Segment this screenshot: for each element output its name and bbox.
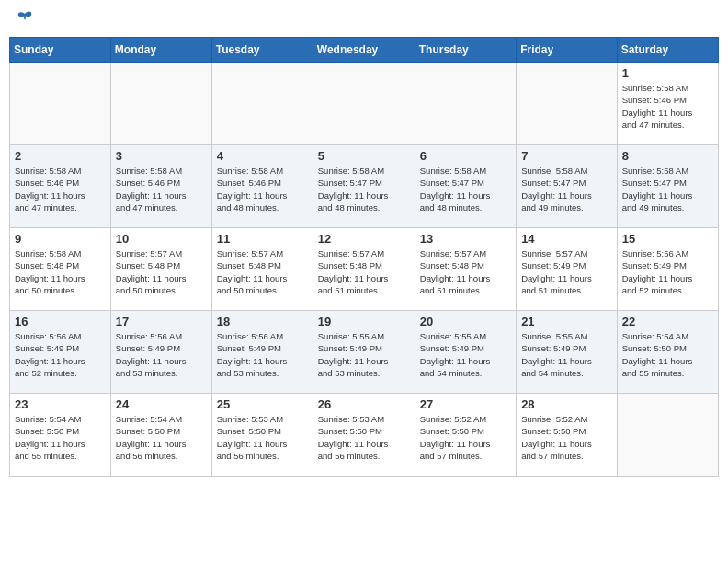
day-number: 22	[622, 315, 713, 328]
calendar-header-tuesday: Tuesday	[211, 38, 313, 63]
calendar-cell: 24Sunrise: 5:54 AM Sunset: 5:50 PM Dayli…	[110, 394, 211, 477]
day-number: 16	[15, 315, 106, 328]
calendar-cell: 28Sunrise: 5:52 AM Sunset: 5:50 PM Dayli…	[517, 394, 618, 477]
day-info: Sunrise: 5:56 AM Sunset: 5:49 PM Dayligh…	[217, 330, 308, 379]
calendar-cell: 10Sunrise: 5:57 AM Sunset: 5:48 PM Dayli…	[110, 228, 211, 311]
day-number: 11	[217, 232, 308, 246]
day-info: Sunrise: 5:55 AM Sunset: 5:49 PM Dayligh…	[420, 330, 511, 379]
day-info: Sunrise: 5:54 AM Sunset: 5:50 PM Dayligh…	[15, 413, 106, 462]
calendar-cell: 1Sunrise: 5:58 AM Sunset: 5:46 PM Daylig…	[617, 63, 718, 145]
day-info: Sunrise: 5:56 AM Sunset: 5:49 PM Dayligh…	[116, 330, 207, 379]
calendar-header-wednesday: Wednesday	[313, 38, 415, 63]
calendar-cell: 12Sunrise: 5:57 AM Sunset: 5:48 PM Dayli…	[313, 228, 415, 311]
calendar-cell: 21Sunrise: 5:55 AM Sunset: 5:49 PM Dayli…	[517, 311, 618, 394]
day-number: 15	[622, 232, 713, 246]
calendar-week-row: 16Sunrise: 5:56 AM Sunset: 5:49 PM Dayli…	[10, 311, 719, 394]
day-number: 27	[420, 397, 511, 411]
day-info: Sunrise: 5:53 AM Sunset: 5:50 PM Dayligh…	[318, 413, 410, 462]
day-info: Sunrise: 5:58 AM Sunset: 5:47 PM Dayligh…	[318, 165, 410, 213]
logo	[14, 9, 34, 28]
calendar-cell: 6Sunrise: 5:58 AM Sunset: 5:47 PM Daylig…	[415, 145, 516, 228]
calendar-header-thursday: Thursday	[415, 38, 516, 63]
calendar-cell: 5Sunrise: 5:58 AM Sunset: 5:47 PM Daylig…	[313, 145, 415, 228]
calendar-week-row: 2Sunrise: 5:58 AM Sunset: 5:46 PM Daylig…	[10, 145, 719, 228]
day-number: 9	[15, 232, 106, 246]
day-number: 23	[15, 397, 106, 411]
calendar-cell: 20Sunrise: 5:55 AM Sunset: 5:49 PM Dayli…	[415, 311, 516, 394]
calendar-cell	[517, 63, 618, 145]
day-number: 2	[15, 149, 106, 163]
calendar-week-row: 9Sunrise: 5:58 AM Sunset: 5:48 PM Daylig…	[10, 228, 719, 311]
day-info: Sunrise: 5:58 AM Sunset: 5:46 PM Dayligh…	[217, 165, 308, 213]
calendar-cell: 23Sunrise: 5:54 AM Sunset: 5:50 PM Dayli…	[10, 394, 111, 477]
calendar-cell: 26Sunrise: 5:53 AM Sunset: 5:50 PM Dayli…	[313, 394, 415, 477]
calendar-cell	[617, 394, 718, 477]
calendar-header-monday: Monday	[110, 38, 211, 63]
day-info: Sunrise: 5:58 AM Sunset: 5:47 PM Dayligh…	[420, 165, 511, 213]
day-info: Sunrise: 5:57 AM Sunset: 5:48 PM Dayligh…	[217, 247, 308, 296]
day-number: 20	[420, 315, 511, 328]
calendar-cell	[110, 63, 211, 145]
page-header	[9, 9, 719, 28]
calendar-cell: 15Sunrise: 5:56 AM Sunset: 5:49 PM Dayli…	[617, 228, 718, 311]
calendar-cell: 7Sunrise: 5:58 AM Sunset: 5:47 PM Daylig…	[517, 145, 618, 228]
day-number: 13	[420, 232, 511, 246]
day-info: Sunrise: 5:57 AM Sunset: 5:48 PM Dayligh…	[116, 247, 207, 296]
calendar-cell: 4Sunrise: 5:58 AM Sunset: 5:46 PM Daylig…	[211, 145, 313, 228]
logo-bird-icon	[16, 9, 34, 28]
day-number: 1	[622, 66, 713, 80]
day-number: 19	[318, 315, 410, 328]
day-info: Sunrise: 5:53 AM Sunset: 5:50 PM Dayligh…	[217, 413, 308, 462]
day-info: Sunrise: 5:54 AM Sunset: 5:50 PM Dayligh…	[116, 413, 207, 462]
calendar-cell: 22Sunrise: 5:54 AM Sunset: 5:50 PM Dayli…	[617, 311, 718, 394]
calendar-cell: 11Sunrise: 5:57 AM Sunset: 5:48 PM Dayli…	[211, 228, 313, 311]
day-number: 18	[217, 315, 308, 328]
calendar-cell: 16Sunrise: 5:56 AM Sunset: 5:49 PM Dayli…	[10, 311, 111, 394]
calendar-cell: 3Sunrise: 5:58 AM Sunset: 5:46 PM Daylig…	[110, 145, 211, 228]
calendar-cell: 18Sunrise: 5:56 AM Sunset: 5:49 PM Dayli…	[211, 311, 313, 394]
day-info: Sunrise: 5:57 AM Sunset: 5:48 PM Dayligh…	[420, 247, 511, 296]
calendar-week-row: 23Sunrise: 5:54 AM Sunset: 5:50 PM Dayli…	[10, 394, 719, 477]
calendar-header-sunday: Sunday	[10, 38, 111, 63]
day-info: Sunrise: 5:58 AM Sunset: 5:48 PM Dayligh…	[15, 247, 106, 296]
calendar-cell: 14Sunrise: 5:57 AM Sunset: 5:49 PM Dayli…	[517, 228, 618, 311]
calendar-cell: 2Sunrise: 5:58 AM Sunset: 5:46 PM Daylig…	[10, 145, 111, 228]
calendar-header-saturday: Saturday	[617, 38, 718, 63]
day-info: Sunrise: 5:56 AM Sunset: 5:49 PM Dayligh…	[15, 330, 106, 379]
calendar-cell: 25Sunrise: 5:53 AM Sunset: 5:50 PM Dayli…	[211, 394, 313, 477]
day-info: Sunrise: 5:57 AM Sunset: 5:48 PM Dayligh…	[318, 247, 410, 296]
day-number: 25	[217, 397, 308, 411]
day-number: 8	[622, 149, 713, 163]
day-number: 21	[521, 315, 612, 328]
calendar-cell: 13Sunrise: 5:57 AM Sunset: 5:48 PM Dayli…	[415, 228, 516, 311]
calendar-header-row: SundayMondayTuesdayWednesdayThursdayFrid…	[10, 38, 719, 63]
calendar-cell	[10, 63, 111, 145]
day-info: Sunrise: 5:55 AM Sunset: 5:49 PM Dayligh…	[318, 330, 410, 379]
calendar-cell	[313, 63, 415, 145]
day-info: Sunrise: 5:52 AM Sunset: 5:50 PM Dayligh…	[420, 413, 511, 462]
day-info: Sunrise: 5:58 AM Sunset: 5:46 PM Dayligh…	[622, 82, 713, 131]
calendar-cell: 27Sunrise: 5:52 AM Sunset: 5:50 PM Dayli…	[415, 394, 516, 477]
day-info: Sunrise: 5:57 AM Sunset: 5:49 PM Dayligh…	[521, 247, 612, 296]
day-info: Sunrise: 5:58 AM Sunset: 5:47 PM Dayligh…	[521, 165, 612, 213]
calendar-week-row: 1Sunrise: 5:58 AM Sunset: 5:46 PM Daylig…	[10, 63, 719, 145]
day-number: 6	[420, 149, 511, 163]
calendar-cell	[211, 63, 313, 145]
day-info: Sunrise: 5:58 AM Sunset: 5:46 PM Dayligh…	[116, 165, 207, 213]
calendar-cell: 9Sunrise: 5:58 AM Sunset: 5:48 PM Daylig…	[10, 228, 111, 311]
day-info: Sunrise: 5:58 AM Sunset: 5:47 PM Dayligh…	[622, 165, 713, 213]
day-number: 5	[318, 149, 410, 163]
day-info: Sunrise: 5:56 AM Sunset: 5:49 PM Dayligh…	[622, 247, 713, 296]
day-info: Sunrise: 5:52 AM Sunset: 5:50 PM Dayligh…	[521, 413, 612, 462]
calendar-cell: 17Sunrise: 5:56 AM Sunset: 5:49 PM Dayli…	[110, 311, 211, 394]
day-number: 28	[521, 397, 612, 411]
day-number: 12	[318, 232, 410, 246]
calendar-cell	[415, 63, 516, 145]
day-number: 24	[116, 397, 207, 411]
day-number: 10	[116, 232, 207, 246]
day-info: Sunrise: 5:58 AM Sunset: 5:46 PM Dayligh…	[15, 165, 106, 213]
calendar-table: SundayMondayTuesdayWednesdayThursdayFrid…	[9, 37, 719, 477]
calendar-header-friday: Friday	[517, 38, 618, 63]
day-number: 4	[217, 149, 308, 163]
day-number: 17	[116, 315, 207, 328]
